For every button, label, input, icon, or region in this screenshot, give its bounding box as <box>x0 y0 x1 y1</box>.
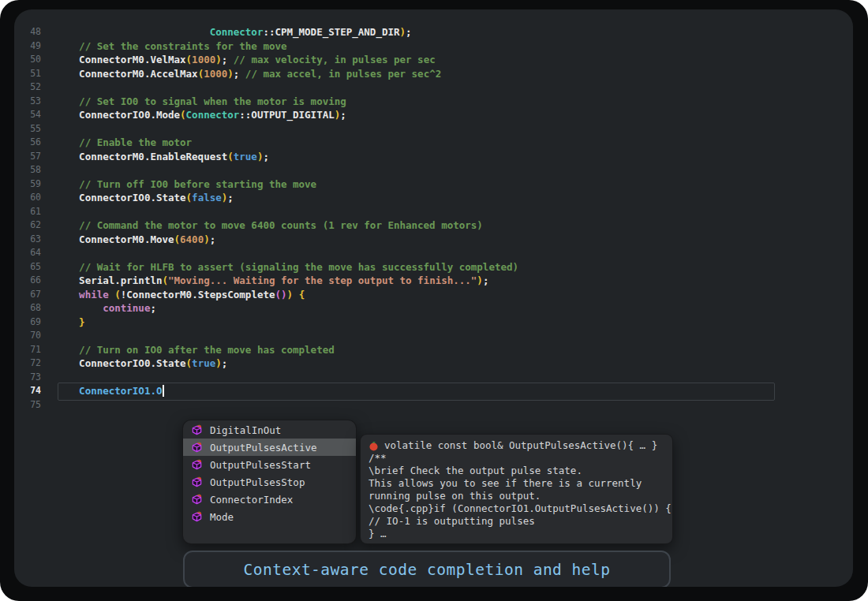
doc-line: } … <box>369 528 672 540</box>
autocomplete-item-label: ConnectorIndex <box>210 494 293 506</box>
code-line[interactable]: 55 <box>14 122 853 136</box>
doc-line-text: volatile const bool& OutputPulsesActive(… <box>384 439 657 452</box>
line-text: ConnectorIO0.State(true); <box>55 356 853 371</box>
code-line[interactable]: 53 // Set IO0 to signal when the motor i… <box>14 95 853 109</box>
code-line[interactable]: 58 <box>14 163 853 177</box>
line-text <box>55 205 853 219</box>
code-line[interactable]: 50 ConnectorM0.VelMax(1000); // max velo… <box>14 53 853 67</box>
code-line[interactable]: 71 // Turn on IO0 after the move has com… <box>14 343 853 357</box>
autocomplete-item-selected[interactable]: OutputPulsesActive <box>183 439 356 456</box>
line-number: 66 <box>14 274 41 288</box>
doc-line-text: This allows you to see if there is a cur… <box>369 477 642 490</box>
code-line[interactable]: 68 continue; <box>14 301 853 315</box>
line-text: ConnectorIO1.O <box>55 384 853 398</box>
line-number: 57 <box>14 150 41 164</box>
method-cube-icon <box>191 476 203 488</box>
code-line[interactable]: 49 // Set the constraints for the move <box>14 39 853 54</box>
code-line[interactable]: 56 // Enable the motor <box>14 136 853 150</box>
code-line[interactable]: 66 Serial.println("Moving... Waiting for… <box>14 274 853 288</box>
line-number: 53 <box>14 95 41 109</box>
code-line[interactable]: 70 <box>14 329 853 343</box>
doc-line-text: } … <box>369 528 387 540</box>
line-number: 64 <box>14 246 41 260</box>
method-cube-icon <box>191 511 203 523</box>
code-line[interactable]: 62 // Command the motor to move 6400 cou… <box>14 218 853 233</box>
code-line[interactable]: 54 ConnectorIO0.Mode(Connector::OUTPUT_D… <box>14 108 853 122</box>
doc-line: volatile const bool& OutputPulsesActive(… <box>369 439 672 452</box>
line-text: } <box>55 315 853 330</box>
line-text: // Wait for HLFB to assert (signaling th… <box>55 260 853 274</box>
code-line[interactable]: 57 ConnectorM0.EnableRequest(true); <box>14 150 853 164</box>
code-line[interactable]: 48 Connector::CPM_MODE_STEP_AND_DIR); <box>14 25 853 39</box>
code-line[interactable]: 51 ConnectorM0.AccelMax(1000); // max ac… <box>14 67 853 81</box>
line-text <box>55 398 853 412</box>
code-line[interactable]: 61 <box>14 205 853 219</box>
doc-line-text: running pulse on this output. <box>369 490 541 502</box>
line-number: 50 <box>14 53 41 67</box>
line-number: 73 <box>14 371 41 385</box>
line-number: 51 <box>14 67 41 81</box>
line-text: // Command the motor to move 6400 counts… <box>55 218 853 233</box>
line-text: ConnectorIO0.Mode(Connector::OUTPUT_DIGI… <box>55 108 853 122</box>
autocomplete-popup[interactable]: DigitalInOutOutputPulsesActiveOutputPuls… <box>182 420 357 544</box>
doc-line: /** <box>369 452 672 465</box>
code-line[interactable]: 75 <box>14 398 853 412</box>
line-number: 74 <box>14 384 41 398</box>
line-number: 72 <box>14 356 41 371</box>
code-line[interactable]: 73 <box>14 371 853 385</box>
line-text: // Turn on IO0 after the move has comple… <box>55 343 853 357</box>
autocomplete-item[interactable]: OutputPulsesStart <box>183 456 356 473</box>
code-line[interactable]: 64 <box>14 246 853 260</box>
code-line-current[interactable]: 74 ConnectorIO1.O <box>14 384 853 398</box>
code-editor[interactable]: 48 Connector::CPM_MODE_STEP_AND_DIR);49 … <box>14 9 853 587</box>
doc-popup: volatile const bool& OutputPulsesActive(… <box>360 434 673 544</box>
line-number: 69 <box>14 315 41 330</box>
line-number: 71 <box>14 343 41 357</box>
doc-line: \brief Check the output pulse state. <box>369 465 672 477</box>
doc-line-text: /** <box>369 452 387 465</box>
line-number: 65 <box>14 260 41 274</box>
line-text: ConnectorM0.AccelMax(1000); // max accel… <box>55 67 853 81</box>
line-number: 70 <box>14 329 41 343</box>
doc-line: // IO-1 is outputting pulses <box>369 515 672 528</box>
doc-line: This allows you to see if there is a cur… <box>369 477 672 490</box>
doc-line-text: \code{.cpp}if (ConnectorIO1.OutputPulses… <box>369 502 672 515</box>
code-line[interactable]: 63 ConnectorM0.Move(6400); <box>14 233 853 247</box>
line-text <box>55 371 853 385</box>
code-area[interactable]: 48 Connector::CPM_MODE_STEP_AND_DIR);49 … <box>14 25 853 412</box>
autocomplete-item-label: OutputPulsesActive <box>210 442 316 454</box>
line-text: ConnectorM0.VelMax(1000); // max velocit… <box>55 53 853 67</box>
line-number: 55 <box>14 122 41 136</box>
autocomplete-item[interactable]: ConnectorIndex <box>183 491 356 508</box>
autocomplete-item-label: OutputPulsesStop <box>210 476 305 488</box>
line-number: 52 <box>14 80 41 95</box>
autocomplete-item-label: Mode <box>210 511 234 523</box>
code-line[interactable]: 60 ConnectorIO0.State(false); <box>14 191 853 205</box>
line-text: ConnectorM0.Move(6400); <box>55 233 853 247</box>
line-number: 59 <box>14 177 41 192</box>
code-line[interactable]: 69 } <box>14 315 853 330</box>
line-text: Serial.println("Moving... Waiting for th… <box>55 274 853 288</box>
line-text: // Set IO0 to signal when the motor is m… <box>55 95 853 109</box>
doc-line: \code{.cpp}if (ConnectorIO1.OutputPulses… <box>369 502 672 515</box>
code-line[interactable]: 59 // Turn off IO0 before starting the m… <box>14 177 853 192</box>
code-line[interactable]: 67 while (!ConnectorM0.StepsComplete()) … <box>14 288 853 302</box>
line-number: 62 <box>14 218 41 233</box>
autocomplete-item[interactable]: Mode <box>183 508 356 525</box>
code-line[interactable]: 65 // Wait for HLFB to assert (signaling… <box>14 260 853 274</box>
line-text: Connector::CPM_MODE_STEP_AND_DIR); <box>55 25 853 39</box>
text-cursor <box>163 385 164 397</box>
line-number: 75 <box>14 398 41 412</box>
line-number: 63 <box>14 233 41 247</box>
code-line[interactable]: 72 ConnectorIO0.State(true); <box>14 356 853 371</box>
caption-banner: Context-aware code completion and help <box>183 551 671 587</box>
line-number: 58 <box>14 163 41 177</box>
line-text <box>55 163 853 177</box>
autocomplete-item[interactable]: DigitalInOut <box>183 421 356 439</box>
autocomplete-item[interactable]: OutputPulsesStop <box>183 473 356 491</box>
code-line[interactable]: 52 <box>14 80 853 95</box>
line-text: // Turn off IO0 before starting the move <box>55 177 853 192</box>
line-text <box>55 80 853 95</box>
line-text <box>55 122 853 136</box>
line-number: 68 <box>14 301 41 315</box>
